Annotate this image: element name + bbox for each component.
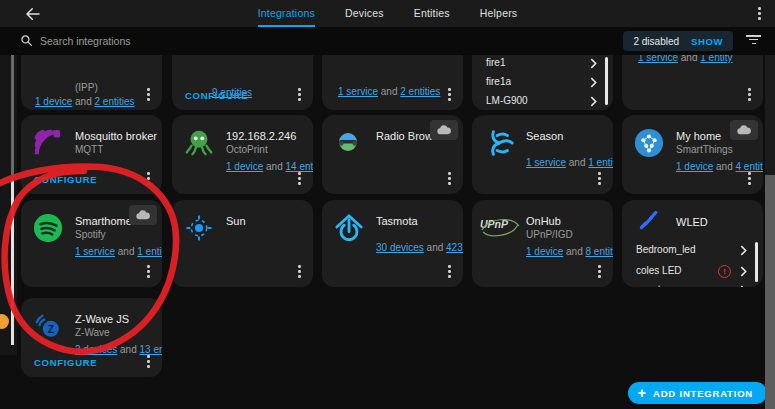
entity-links: 1 service and 1 entity (526, 157, 613, 168)
device-row-fire1a[interactable]: fire1a (472, 74, 613, 93)
device-row-bedroom-led[interactable]: Bedroom_led (622, 242, 763, 261)
card-menu-icon[interactable] (298, 172, 301, 185)
service-link[interactable]: 1 service (526, 157, 566, 168)
service-link[interactable]: 1 service (638, 55, 678, 63)
entity-links: 30 devices and 423 entities (376, 242, 463, 253)
integration-grid: (IPP) 1 device and 2 entities 9 entities… (0, 55, 775, 409)
chevron-right-icon (740, 285, 747, 287)
and-text: and (381, 86, 398, 97)
entity-link[interactable]: 1 entity (588, 157, 613, 168)
show-disabled-button[interactable]: SHOW (691, 36, 723, 47)
card-title: WLED (676, 216, 708, 228)
tab-bar: Integrations Devices Entities Helpers (0, 0, 775, 27)
configure-button[interactable]: CONFIGURE (185, 90, 248, 101)
device-label: fire1 (486, 57, 505, 68)
tasmota-icon (334, 213, 364, 243)
entities-link[interactable]: 2 entities (95, 96, 135, 107)
configure-button[interactable]: CONFIGURE (34, 174, 97, 185)
device-row-coles-led[interactable]: coles LED ! (622, 263, 763, 282)
device-link[interactable]: 1 device (35, 96, 72, 107)
chevron-right-icon (590, 77, 597, 88)
card-menu-icon[interactable] (448, 88, 451, 101)
tab-helpers[interactable]: Helpers (480, 0, 518, 25)
card-menu-icon[interactable] (598, 172, 601, 185)
upnp-swoosh-icon (478, 214, 522, 240)
card-menu-icon[interactable] (147, 172, 150, 185)
card-octoprint: 192.168.2.246 OctoPrint 1 device and 14 … (172, 115, 313, 194)
wled-icon (637, 208, 661, 232)
cloud-badge (430, 120, 458, 140)
card-subtitle: OctoPrint (226, 144, 268, 155)
app-bar: Integrations Devices Entities Helpers (0, 0, 775, 27)
card-menu-icon[interactable] (448, 172, 451, 185)
card-service2: 1 service and 2 entities (322, 55, 463, 110)
smartthings-icon (634, 128, 664, 158)
card-title: Mosquitto broker (75, 130, 157, 142)
integrations-page: Integrations Devices Entities Helpers Se… (0, 0, 775, 409)
devices-link[interactable]: 2 devices (75, 344, 117, 355)
overflow-menu-icon[interactable] (758, 7, 761, 20)
search-icon (20, 34, 33, 47)
and-text: and (118, 246, 135, 257)
card-menu-icon[interactable] (147, 355, 150, 368)
configure-button[interactable]: CONFIGURE (34, 357, 97, 368)
chevron-right-icon (590, 96, 597, 107)
device-label: LM-G900 (486, 95, 528, 106)
device-label: fire1a (486, 76, 511, 87)
entity-link[interactable]: 1 entity (137, 246, 162, 257)
card-nine-entities: 9 entities CONFIGURE (172, 55, 313, 110)
search-bar: Search integrations 2 disabled SHOW (0, 27, 775, 55)
card-menu-icon[interactable] (147, 265, 150, 278)
svg-text:Z: Z (48, 324, 54, 335)
entities-link[interactable]: 14 entities (286, 161, 314, 172)
and-text: and (75, 96, 92, 107)
card-subtitle: SmartThings (676, 144, 733, 155)
cloud-badge (730, 120, 758, 140)
card-menu-icon[interactable] (598, 265, 601, 278)
tab-integrations[interactable]: Integrations (258, 0, 315, 27)
entity-links: 1 service and 1 entity (638, 55, 733, 63)
left-edge-line-dim (11, 55, 14, 180)
card-menu-icon[interactable] (298, 88, 301, 101)
card-title: OnHub (526, 215, 561, 227)
entity-link[interactable]: 1 entity (700, 55, 732, 63)
device-link[interactable]: 1 device (676, 161, 713, 172)
card-subtitle: (IPP) (75, 82, 98, 93)
scrollbar-thumb[interactable] (765, 175, 775, 409)
tab-entities[interactable]: Entities (414, 0, 450, 25)
filter-icon[interactable] (746, 35, 761, 46)
device-link[interactable]: 1 device (526, 246, 563, 257)
and-text: and (569, 157, 586, 168)
device-label: counter (636, 284, 669, 287)
device-row-fire1[interactable]: fire1 (472, 55, 613, 74)
service-link[interactable]: 1 service (338, 86, 378, 97)
device-link[interactable]: 1 device (226, 161, 263, 172)
devices-link[interactable]: 30 devices (376, 242, 424, 253)
card-menu-icon[interactable] (748, 172, 751, 185)
cloud-badge (129, 205, 157, 225)
entities-link[interactable]: 423 entities (446, 242, 463, 253)
service-link[interactable]: 1 service (75, 246, 115, 257)
card-menu-icon[interactable] (448, 265, 451, 278)
cloud-icon (437, 125, 451, 135)
card-title: Tasmota (376, 215, 418, 227)
device-row-counter[interactable]: counter (622, 282, 763, 287)
page-scrollbar[interactable]: ▲ (765, 28, 775, 409)
and-text: and (566, 246, 583, 257)
device-row-lmg900[interactable]: LM-G900 (472, 93, 613, 110)
and-text: and (681, 55, 698, 63)
entities-link[interactable]: 2 entities (400, 86, 440, 97)
entities-link[interactable]: 4 entities (736, 161, 764, 172)
card-scrollbar[interactable] (755, 242, 758, 282)
entities-link[interactable]: 8 entities (586, 246, 614, 257)
card-scrollbar[interactable] (605, 57, 608, 105)
card-menu-icon[interactable] (748, 88, 751, 101)
tab-devices[interactable]: Devices (345, 0, 384, 25)
card-menu-icon[interactable] (147, 88, 150, 101)
search-input[interactable]: Search integrations (40, 35, 130, 47)
card-menu-icon[interactable] (298, 265, 301, 278)
card-title: Z-Wave JS (75, 313, 129, 325)
and-text: and (427, 242, 444, 253)
entities-link[interactable]: 13 entities (140, 344, 163, 355)
add-integration-button[interactable]: + ADD INTEGRATION (628, 382, 767, 404)
